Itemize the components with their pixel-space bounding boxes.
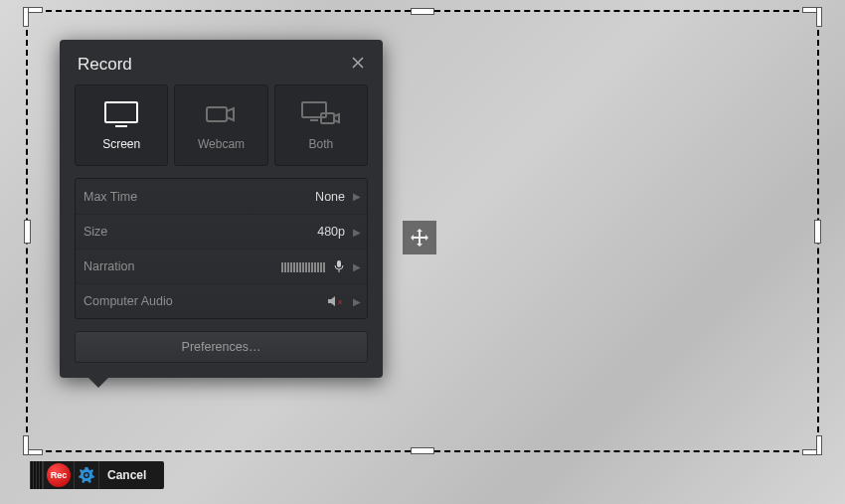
screen-icon [101, 99, 141, 129]
source-label: Webcam [198, 137, 245, 151]
audio-level-meter [281, 260, 325, 272]
record-button[interactable]: Rec [44, 461, 74, 489]
svg-rect-0 [105, 102, 137, 122]
setting-label: Max Time [84, 190, 137, 204]
resize-handle-left[interactable] [25, 221, 30, 243]
source-option-screen[interactable]: Screen [75, 84, 168, 166]
setting-value: 480p [317, 225, 345, 239]
setting-label: Narration [84, 259, 134, 273]
setting-label: Computer Audio [84, 294, 173, 308]
panel-title: Record [78, 55, 132, 75]
source-option-both[interactable]: Both [274, 84, 368, 166]
resize-handle-top[interactable] [412, 9, 433, 14]
chevron-right-icon: ▶ [353, 191, 361, 202]
source-option-webcam[interactable]: Webcam [174, 84, 267, 166]
setting-label: Size [84, 225, 107, 239]
record-icon: Rec [47, 463, 71, 487]
resize-handle-top-left[interactable] [24, 8, 44, 28]
setting-value: None [315, 190, 345, 204]
setting-computer-audio[interactable]: Computer Audio x ▶ [76, 283, 367, 318]
resize-handle-bottom-left[interactable] [24, 434, 44, 454]
gear-icon [79, 467, 94, 483]
move-icon [410, 228, 429, 248]
svg-rect-6 [337, 260, 341, 267]
recorder-toolbar: Rec Cancel [30, 461, 164, 489]
resize-handle-bottom-right[interactable] [801, 434, 821, 454]
both-icon [299, 99, 343, 129]
svg-text:x: x [338, 297, 342, 306]
source-label: Both [308, 137, 333, 151]
settings-button[interactable] [74, 461, 99, 489]
svg-rect-3 [302, 102, 326, 117]
speaker-muted-icon: x [327, 294, 345, 308]
chevron-right-icon: ▶ [353, 296, 361, 307]
preferences-label: Preferences… [182, 340, 261, 354]
chevron-right-icon: ▶ [353, 261, 361, 272]
close-button[interactable] [351, 54, 365, 75]
setting-size[interactable]: Size 480p ▶ [76, 214, 367, 249]
close-icon [351, 56, 365, 70]
resize-handle-top-right[interactable] [801, 8, 821, 28]
toolbar-grip[interactable] [30, 461, 44, 489]
webcam-icon [201, 99, 241, 129]
move-handle[interactable] [403, 221, 436, 254]
microphone-icon [333, 259, 345, 273]
source-label: Screen [102, 137, 140, 151]
svg-rect-2 [207, 107, 227, 121]
record-panel: Record Screen Webcam [60, 40, 383, 378]
panel-pointer [87, 377, 109, 388]
preferences-button[interactable]: Preferences… [75, 331, 368, 363]
resize-handle-bottom[interactable] [412, 448, 433, 453]
setting-narration[interactable]: Narration ▶ [76, 249, 367, 283]
setting-max-time[interactable]: Max Time None ▶ [76, 179, 367, 214]
chevron-right-icon: ▶ [353, 227, 361, 238]
resize-handle-right[interactable] [815, 221, 820, 243]
cancel-button[interactable]: Cancel [99, 468, 154, 482]
